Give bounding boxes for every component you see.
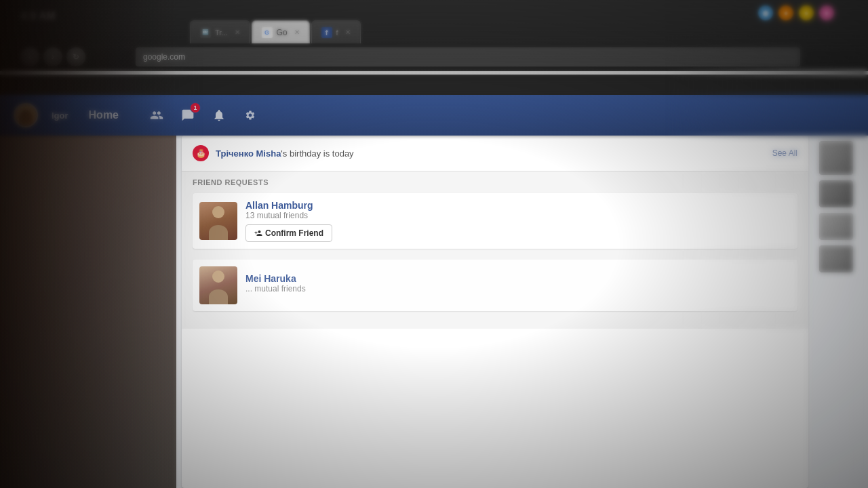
notifications-icon[interactable]: [208, 104, 230, 126]
address-text: google.com: [143, 52, 185, 62]
mutual-friends-2: ... mutual friends: [245, 284, 791, 293]
birthday-left: 🎂 Трiченко Misha's birthday is today: [193, 145, 354, 161]
back-button[interactable]: ‹: [20, 47, 39, 66]
settings-icon[interactable]: [239, 104, 261, 126]
mutual-friends-1: 13 mutual friends: [245, 211, 791, 220]
friend-name-2[interactable]: Mei Haruka: [245, 273, 791, 284]
friend-request-1: Allan Hamburg 13 mutual friends Confirm …: [193, 193, 797, 249]
friend-name-1[interactable]: Allan Hamburg: [245, 200, 791, 211]
tab-close-google[interactable]: ✕: [294, 28, 300, 36]
friends-icon[interactable]: [146, 104, 167, 126]
friend-avatar-2[interactable]: [199, 266, 237, 304]
tab-item-google[interactable]: G Go ✕: [252, 20, 310, 43]
birthday-text: Трiченко Misha's birthday is today: [216, 148, 354, 159]
friend-avatar-1[interactable]: [199, 202, 237, 240]
content-area: 🎂 Трiченко Misha's birthday is today See…: [0, 136, 868, 488]
friend-request-2: Mei Haruka ... mutual friends: [193, 260, 797, 311]
bookmarks-bar: ● MTC O OLX M Gmail △ GD f Face: [0, 71, 868, 75]
taskbar-icons: ◉ ● ● ●: [758, 5, 834, 20]
person-head-1: [212, 206, 224, 218]
person-head-2: [212, 270, 224, 283]
person-body-2: [209, 289, 228, 304]
clock-display: 4:9 AM: [20, 10, 56, 22]
nav-buttons: ‹ › ↻: [20, 47, 85, 66]
ext-icon-2[interactable]: ●: [778, 5, 793, 20]
birthday-person[interactable]: Трiченко Misha: [216, 148, 281, 159]
browser-content: Igor Home 1: [0, 95, 868, 488]
friend-info-2: Mei Haruka ... mutual friends: [245, 273, 791, 298]
right-sidebar: [814, 136, 868, 488]
birthday-section: 🎂 Трiченко Misha's birthday is today See…: [182, 136, 808, 171]
main-panel: 🎂 Трiченко Misha's birthday is today See…: [182, 136, 808, 488]
right-avatar-3[interactable]: [819, 213, 853, 240]
home-link[interactable]: Home: [89, 109, 119, 121]
birthday-icon: 🎂: [193, 145, 209, 161]
tab-item-facebook[interactable]: f f ✕: [311, 20, 361, 43]
tab-label-google: Go: [277, 28, 288, 37]
nav-icons: 1: [146, 104, 261, 126]
left-sidebar: [0, 136, 176, 488]
ext-icon-1[interactable]: ◉: [758, 5, 773, 20]
tab-icon-1: 🔤: [200, 27, 211, 38]
confirm-label-1: Confirm Friend: [265, 228, 323, 238]
right-avatar-2[interactable]: [819, 180, 853, 207]
tab-item-1[interactable]: 🔤 Tr... ✕: [190, 20, 250, 43]
see-all-link[interactable]: See All: [772, 148, 797, 158]
tab-close-1[interactable]: ✕: [235, 28, 240, 36]
tab-bar: 🔤 Tr... ✕ G Go ✕ f f ✕: [190, 20, 361, 43]
right-avatar-4[interactable]: [819, 245, 853, 272]
forward-button[interactable]: ›: [43, 47, 62, 66]
friend-info-1: Allan Hamburg 13 mutual friends Confirm …: [245, 200, 791, 242]
tab-label-1: Tr...: [215, 28, 228, 37]
avatar-figure: [19, 110, 33, 127]
ext-icon-3[interactable]: ●: [799, 5, 814, 20]
message-badge: 1: [190, 102, 201, 113]
clock-text: 4:9 AM: [20, 10, 56, 22]
confirm-button-1[interactable]: Confirm Friend: [245, 224, 332, 242]
user-avatar[interactable]: [14, 103, 38, 127]
birthday-message: 's birthday is today: [281, 148, 353, 159]
right-avatar-1[interactable]: [819, 141, 853, 175]
tab-close-facebook[interactable]: ✕: [345, 28, 351, 36]
tab-label-facebook: f: [336, 28, 338, 37]
refresh-button[interactable]: ↻: [66, 47, 85, 66]
friend-requests-section: FRIEND REQUESTS Allan Hamburg 13 mutual …: [182, 171, 808, 329]
ext-icon-4[interactable]: ●: [819, 5, 834, 20]
section-header: FRIEND REQUESTS: [193, 178, 797, 186]
tab-icon-facebook: f: [321, 27, 332, 38]
person-body-1: [209, 225, 228, 240]
facebook-navbar: Igor Home 1: [0, 95, 868, 136]
messages-icon[interactable]: 1: [177, 104, 199, 126]
tab-icon-google: G: [262, 27, 273, 38]
address-bar[interactable]: google.com: [136, 47, 800, 66]
username-label: Igor: [52, 110, 68, 121]
